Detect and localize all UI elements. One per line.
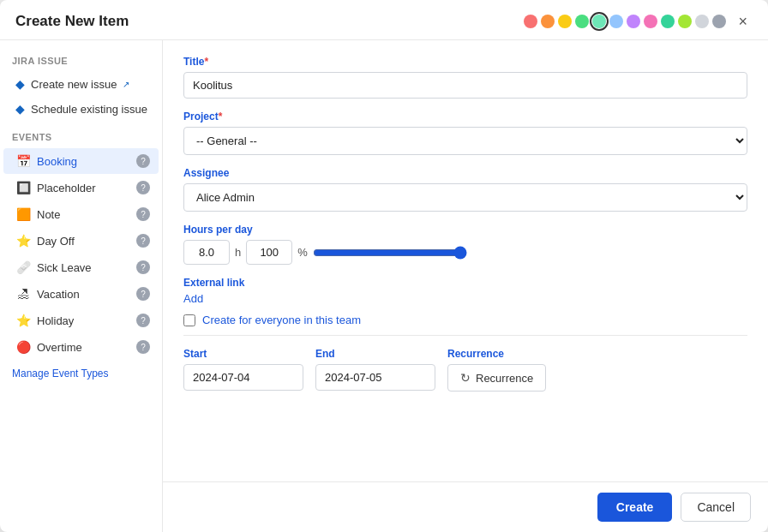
- swatch-red[interactable]: [524, 15, 537, 28]
- sidebar-item-booking[interactable]: 📅 Booking ?: [3, 148, 159, 174]
- manage-event-types-link[interactable]: Manage Event Types: [0, 361, 162, 386]
- start-label: Start: [183, 348, 303, 360]
- diamond-icon-2: ◆: [15, 102, 25, 116]
- close-button[interactable]: ×: [733, 12, 753, 31]
- event-label-0: Booking: [37, 155, 130, 168]
- event-label-2: Note: [37, 208, 130, 221]
- end-date-input[interactable]: [315, 364, 435, 391]
- slider-wrap: [313, 246, 747, 260]
- sidebar-item-overtime[interactable]: 🔴 Overtime ?: [3, 334, 159, 360]
- start-date-group: Start: [183, 348, 303, 391]
- external-link-label: External link: [183, 277, 747, 289]
- recurrence-icon: ↻: [460, 371, 471, 385]
- modal-title: Create New Item: [15, 13, 129, 30]
- percent-sign: %: [297, 246, 308, 259]
- sidebar-item-create-new-issue[interactable]: ◆ Create new issue ↗: [3, 72, 159, 96]
- help-icon-3: ?: [136, 234, 150, 248]
- swatch-purple[interactable]: [627, 15, 640, 28]
- swatch-yellow[interactable]: [558, 15, 572, 28]
- external-link-section: External link Add: [183, 277, 747, 305]
- hours-row: h %: [183, 240, 747, 265]
- event-label-7: Overtime: [37, 341, 130, 354]
- end-date-group: End: [315, 348, 435, 391]
- title-input[interactable]: [183, 72, 747, 99]
- sidebar: Jira Issue ◆ Create new issue ↗ ◆ Schedu…: [0, 40, 163, 532]
- event-icon-4: 🩹: [15, 260, 31, 275]
- create-button[interactable]: Create: [597, 493, 673, 522]
- event-icon-2: 🟧: [15, 206, 31, 222]
- sidebar-item-holiday[interactable]: ⭐ Holiday ?: [3, 308, 159, 333]
- event-label-5: Vacation: [37, 288, 130, 301]
- hours-input[interactable]: [183, 240, 230, 265]
- recurrence-btn-label: Recurrence: [476, 372, 533, 385]
- percent-input[interactable]: [246, 240, 292, 265]
- divider: [183, 335, 747, 336]
- hours-slider[interactable]: [313, 246, 467, 260]
- sidebar-item-day-off[interactable]: ⭐ Day Off ?: [3, 228, 159, 254]
- assignee-select[interactable]: Alice Admin: [183, 183, 747, 212]
- help-icon-1: ?: [136, 181, 150, 194]
- swatch-orange[interactable]: [541, 15, 555, 28]
- recurrence-label: Recurrence: [447, 348, 546, 360]
- start-date-input[interactable]: [183, 364, 303, 391]
- sidebar-item-note[interactable]: 🟧 Note ?: [3, 201, 159, 227]
- sidebar-item-schedule-existing[interactable]: ◆ Schedule existing issue: [3, 97, 159, 121]
- end-label: End: [315, 348, 435, 360]
- hours-group: Hours per day h %: [183, 224, 747, 265]
- event-icon-6: ⭐: [15, 313, 31, 328]
- sidebar-item-sick-leave[interactable]: 🩹 Sick Leave ?: [3, 254, 159, 280]
- swatch-gray[interactable]: [695, 15, 709, 28]
- swatch-green-light[interactable]: [575, 15, 589, 28]
- add-link[interactable]: Add: [183, 292, 203, 305]
- diamond-icon: ◆: [15, 77, 25, 91]
- schedule-existing-label: Schedule existing issue: [31, 103, 147, 116]
- title-group: Title*: [183, 56, 747, 99]
- sidebar-item-placeholder[interactable]: 🔲 Placeholder ?: [3, 175, 159, 200]
- help-icon-7: ?: [136, 340, 150, 354]
- content-area: Title* Project* -- General -- Assignee: [163, 40, 768, 532]
- recurrence-group: Recurrence ↻ Recurrence: [447, 348, 546, 392]
- event-icon-3: ⭐: [15, 233, 31, 248]
- event-icon-0: 📅: [15, 153, 31, 169]
- checkbox-row: Create for everyone in this team: [183, 314, 747, 326]
- cancel-button[interactable]: Cancel: [681, 493, 751, 522]
- swatch-pink[interactable]: [644, 15, 657, 28]
- team-checkbox[interactable]: [183, 314, 195, 326]
- external-link-icon: ↗: [123, 80, 129, 89]
- color-swatches: [524, 15, 726, 28]
- jira-section-label: Jira Issue: [0, 52, 162, 71]
- project-select[interactable]: -- General --: [183, 127, 747, 155]
- swatch-lime[interactable]: [678, 15, 692, 28]
- assignee-group: Assignee Alice Admin: [183, 167, 747, 212]
- modal-body: Jira Issue ◆ Create new issue ↗ ◆ Schedu…: [0, 40, 768, 532]
- help-icon-5: ?: [136, 287, 150, 301]
- hours-label: Hours per day: [183, 224, 747, 236]
- swatch-gray-dark[interactable]: [712, 15, 726, 28]
- date-row: Start End Recurrence ↻ Recurrence: [183, 348, 747, 400]
- swatch-emerald[interactable]: [661, 15, 675, 28]
- project-group: Project* -- General --: [183, 111, 747, 155]
- team-checkbox-label: Create for everyone in this team: [202, 314, 361, 326]
- event-icon-5: 🏖: [15, 286, 31, 302]
- recurrence-button[interactable]: ↻ Recurrence: [447, 364, 546, 392]
- event-label-3: Day Off: [37, 235, 130, 248]
- event-icon-7: 🔴: [15, 339, 31, 355]
- title-label: Title*: [183, 56, 747, 68]
- create-new-item-modal: Create New Item × Jira Issue ◆ Create ne…: [0, 0, 768, 532]
- project-label: Project*: [183, 111, 747, 123]
- sidebar-item-vacation[interactable]: 🏖 Vacation ?: [3, 281, 159, 307]
- help-icon-4: ?: [136, 260, 150, 274]
- event-icon-1: 🔲: [15, 180, 31, 195]
- event-label-4: Sick Leave: [37, 261, 130, 274]
- create-new-issue-label: Create new issue: [31, 78, 117, 91]
- modal-footer: Create Cancel: [163, 481, 768, 532]
- form-area: Title* Project* -- General -- Assignee: [163, 40, 768, 481]
- swatch-blue-light[interactable]: [609, 15, 623, 28]
- help-icon-2: ?: [136, 207, 150, 221]
- help-icon-0: ?: [136, 154, 150, 168]
- help-icon-6: ?: [136, 314, 150, 327]
- event-label-1: Placeholder: [37, 182, 130, 194]
- assignee-label: Assignee: [183, 167, 747, 179]
- hours-unit: h: [235, 246, 241, 259]
- swatch-teal-light[interactable]: [592, 15, 606, 28]
